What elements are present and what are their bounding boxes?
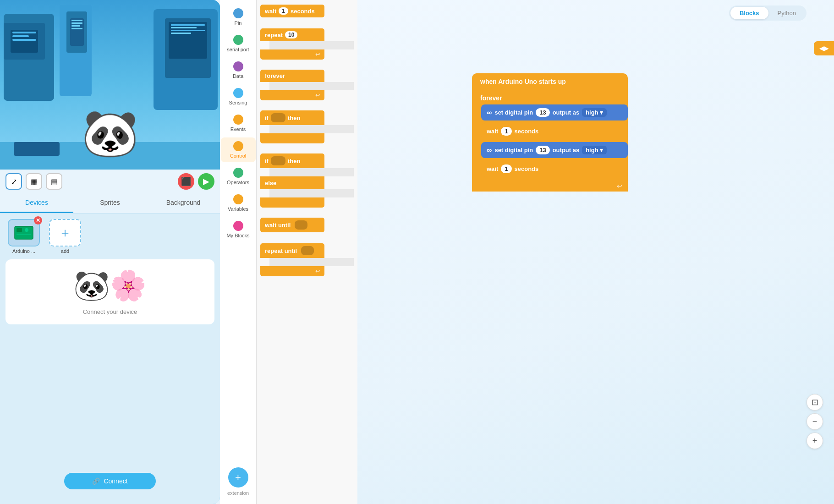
trigger-text: when Arduino Uno starts up xyxy=(480,78,566,85)
device-arduino: ✕ Arduino ... xyxy=(5,219,42,254)
panda-character: 🐼 xyxy=(82,110,139,156)
add-thumbnail[interactable]: ＋ xyxy=(49,219,81,247)
device-add[interactable]: ＋ add xyxy=(47,219,83,254)
infinity-icon-1: ∞ xyxy=(487,109,492,117)
background-panel: 🐼🌸 Connect your device xyxy=(5,259,214,324)
fit-button[interactable]: ⊡ xyxy=(807,394,823,411)
palette-sensing[interactable]: Sensing xyxy=(221,84,256,109)
high-dropdown-2[interactable]: high ▾ xyxy=(582,146,606,154)
side-tab-icon: ◀▶ xyxy=(819,45,829,52)
wait-value: 1 xyxy=(279,7,288,15)
palette-variables[interactable]: Variables xyxy=(221,191,256,215)
tab-sprites[interactable]: Sprites xyxy=(73,193,147,213)
then-label-1: then xyxy=(288,115,300,121)
connect-btn-label: Connect xyxy=(104,477,127,485)
grid-2-button[interactable]: ▦ xyxy=(26,173,42,190)
tab-devices[interactable]: Devices xyxy=(0,193,73,213)
connect-text: Connect your device xyxy=(83,308,137,315)
then-label-2: then xyxy=(288,158,300,164)
block-if-then[interactable]: if then xyxy=(260,110,354,143)
wait-label-1: wait xyxy=(487,128,498,135)
add-label: add xyxy=(61,248,69,254)
palette-sensing-label: Sensing xyxy=(229,100,247,105)
block-repeat[interactable]: repeat 10 ↩ xyxy=(260,28,354,60)
wait-label: wait xyxy=(265,8,276,15)
blocks-palette: Pin serial port Data Sensing Events Cont… xyxy=(220,0,257,504)
grid-1-button[interactable]: ▤ xyxy=(46,173,62,190)
palette-serial-label: serial port xyxy=(227,47,249,52)
output-label-1: output as xyxy=(553,109,580,116)
palette-control[interactable]: Control xyxy=(221,137,256,162)
trigger-block[interactable]: when Arduino Uno starts up xyxy=(472,73,628,90)
device-close-button[interactable]: ✕ xyxy=(34,216,42,225)
palette-my-blocks[interactable]: My Blocks xyxy=(221,217,256,242)
palette-operators[interactable]: Operators xyxy=(221,164,256,189)
workspace: Blocks Python ◀▶ when Arduino Uno starts… xyxy=(357,0,834,504)
set-digital-2[interactable]: ∞ set digital pin 13 output as high ▾ xyxy=(481,142,628,158)
wait-block-1[interactable]: wait 1 seconds xyxy=(481,123,628,139)
canvas-blocks: when Arduino Uno starts up forever ∞ set… xyxy=(472,73,628,192)
control-dot xyxy=(233,141,243,151)
background-character: 🐼🌸 xyxy=(73,268,147,303)
block-wait-until[interactable]: wait until xyxy=(260,218,354,232)
repeat-value: 10 xyxy=(285,31,297,38)
data-dot xyxy=(233,61,243,71)
blocks-list: wait 1 seconds repeat 10 ↩ forever ↩ if xyxy=(257,0,357,504)
palette-data-label: Data xyxy=(233,73,243,79)
palette-myblocks-label: My Blocks xyxy=(226,233,249,238)
pin-dot xyxy=(233,8,243,18)
connect-button[interactable]: 🔗 Connect xyxy=(64,473,156,489)
infinity-icon-2: ∞ xyxy=(487,146,492,154)
forever-block[interactable]: forever ∞ set digital pin 13 output as h… xyxy=(472,90,628,192)
device-grid: ✕ Arduino ... ＋ add xyxy=(5,219,214,254)
expand-button[interactable]: ⤢ xyxy=(5,173,22,190)
background-section: 🐼🌸 Connect your device 🔗 Connect xyxy=(5,259,214,499)
palette-variables-label: Variables xyxy=(228,206,248,212)
operators-dot xyxy=(233,168,243,178)
wait-suffix-1: seconds xyxy=(515,128,539,135)
block-forever[interactable]: forever ↩ xyxy=(260,70,354,100)
stage-area: 🐼 xyxy=(0,0,220,170)
wait-val-2: 1 xyxy=(501,164,511,173)
wait-until-label: wait until xyxy=(265,222,291,229)
devices-area: ✕ Arduino ... ＋ add xyxy=(0,214,220,504)
stop-button[interactable]: ⬛ xyxy=(178,173,194,190)
palette-serial-port[interactable]: serial port xyxy=(221,31,256,56)
forever-label: forever xyxy=(472,93,628,103)
arduino-program: when Arduino Uno starts up forever ∞ set… xyxy=(472,73,628,192)
svg-rect-3 xyxy=(16,234,31,235)
palette-events[interactable]: Events xyxy=(221,111,256,136)
extension-button[interactable]: + xyxy=(228,467,248,488)
palette-control-label: Control xyxy=(230,153,246,159)
orange-side-tab[interactable]: ◀▶ xyxy=(814,41,834,55)
forever-label: forever xyxy=(265,72,285,79)
tab-python[interactable]: Python xyxy=(768,7,805,19)
block-repeat-until[interactable]: repeat until ↩ xyxy=(260,243,354,276)
palette-operators-label: Operators xyxy=(227,180,249,185)
palette-data[interactable]: Data xyxy=(221,58,256,82)
block-if-then-else[interactable]: if then else xyxy=(260,153,354,208)
zoom-in-button[interactable]: + xyxy=(807,433,823,449)
dropdown-arrow-1: ▾ xyxy=(600,109,603,116)
svg-point-2 xyxy=(25,228,28,232)
high-dropdown-1[interactable]: high ▾ xyxy=(582,108,606,117)
extension-icon: + xyxy=(235,471,241,483)
palette-pin[interactable]: Pin xyxy=(221,5,256,29)
go-button[interactable]: ▶ xyxy=(198,173,214,190)
if-label-1: if xyxy=(265,115,269,121)
wait-block-2[interactable]: wait 1 seconds xyxy=(481,161,628,177)
workspace-tabs: Blocks Python xyxy=(729,5,807,21)
set-digital-1[interactable]: ∞ set digital pin 13 output as high ▾ xyxy=(481,104,628,121)
set-digital-label-2: set digital pin xyxy=(494,147,533,153)
palette-events-label: Events xyxy=(230,126,246,132)
inner-blocks: ∞ set digital pin 13 output as high ▾ wa… xyxy=(481,103,628,179)
tab-background[interactable]: Background xyxy=(147,193,220,213)
set-digital-label-1: set digital pin xyxy=(494,109,533,116)
events-dot xyxy=(233,115,243,125)
wait-val-1: 1 xyxy=(501,127,511,136)
block-wait[interactable]: wait 1 seconds xyxy=(260,5,354,17)
zoom-out-button[interactable]: − xyxy=(807,413,823,430)
tab-blocks[interactable]: Blocks xyxy=(730,7,768,19)
link-icon: 🔗 xyxy=(92,477,100,485)
repeat-label: repeat xyxy=(265,32,283,38)
